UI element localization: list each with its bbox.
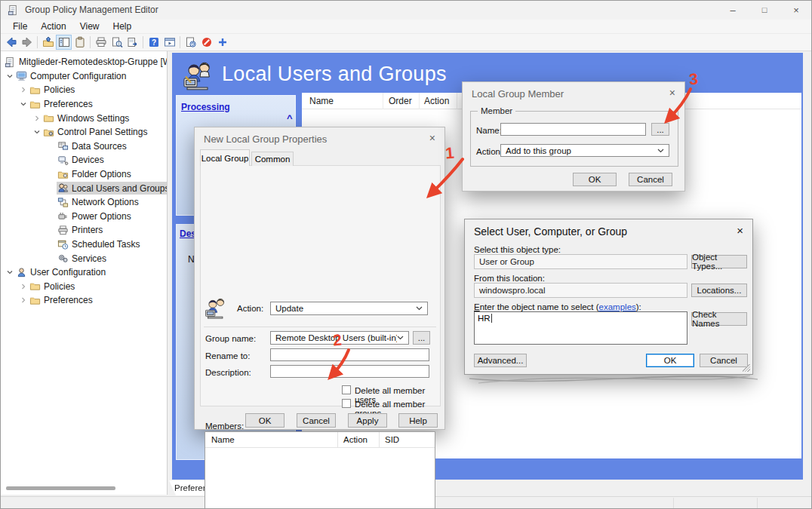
close-icon[interactable]: × bbox=[669, 87, 675, 99]
minimize-button[interactable]: – bbox=[717, 0, 749, 20]
tree-item-label: Mitglieder-Remotedesktop-Gruppe [WS bbox=[19, 57, 168, 67]
delete-member-users-checkbox[interactable] bbox=[342, 385, 351, 394]
processing-link[interactable]: Processing bbox=[181, 102, 230, 112]
tab-local-group[interactable]: Local Group bbox=[200, 149, 250, 166]
add-icon[interactable] bbox=[214, 35, 230, 50]
tree-item-gpo-root[interactable]: Mitglieder-Remotedesktop-Gruppe [WS bbox=[0, 55, 167, 69]
data-sources-icon bbox=[57, 140, 69, 152]
cancel-button[interactable]: Cancel bbox=[700, 354, 748, 367]
menu-file[interactable]: File bbox=[6, 21, 34, 32]
tree-item-data-sources[interactable]: Data Sources bbox=[0, 140, 167, 154]
advanced-button[interactable]: Advanced... bbox=[474, 354, 527, 367]
tree-item-devices[interactable]: Devices bbox=[0, 153, 167, 167]
tree-item-scheduled-tasks[interactable]: Scheduled Tasks bbox=[0, 238, 167, 252]
object-types-button[interactable]: Object Types... bbox=[691, 255, 747, 268]
tree-item-control-panel-settings[interactable]: Control Panel Settings bbox=[0, 125, 167, 140]
forward-icon[interactable] bbox=[19, 35, 35, 50]
ok-button[interactable]: OK bbox=[245, 413, 285, 428]
chevron-down-icon bbox=[416, 306, 423, 311]
export-list-icon[interactable] bbox=[125, 35, 140, 50]
name-label: Name: bbox=[476, 126, 502, 135]
chevron-down-icon[interactable] bbox=[4, 268, 15, 277]
collapse-chevron[interactable]: ^ bbox=[287, 112, 293, 124]
text-caret bbox=[491, 314, 492, 323]
members-column-sid[interactable]: SID bbox=[385, 435, 399, 444]
delete-member-groups-checkbox[interactable] bbox=[342, 399, 351, 408]
show-window-icon[interactable] bbox=[161, 35, 177, 50]
tree-item-label: Control Panel Settings bbox=[57, 127, 147, 137]
tree-item-windows-settings[interactable]: Windows Settings bbox=[0, 111, 167, 125]
tree-item-label: Devices bbox=[72, 155, 104, 165]
tree-item-policies-computer[interactable]: Policies bbox=[0, 83, 167, 97]
member-action-dropdown[interactable]: Add to this group bbox=[500, 144, 669, 157]
tree-item-preferences-user[interactable]: Preferences bbox=[0, 293, 167, 308]
members-column-name[interactable]: Name bbox=[211, 435, 235, 444]
tree-item-user-configuration[interactable]: User Configuration bbox=[0, 265, 167, 280]
chevron-right-icon[interactable] bbox=[17, 282, 29, 291]
print-icon[interactable] bbox=[93, 35, 109, 50]
examples-link[interactable]: examples bbox=[599, 302, 636, 311]
chevron-right-icon[interactable] bbox=[17, 296, 29, 305]
ok-button[interactable]: OK bbox=[573, 173, 617, 186]
tree-item-local-users-and-groups[interactable]: Local Users and Groups bbox=[0, 181, 167, 195]
tree-item-label: Folder Options bbox=[72, 169, 131, 179]
member-browse-button[interactable]: ... bbox=[651, 123, 669, 136]
action-dropdown[interactable]: Update bbox=[270, 302, 428, 315]
chevron-down-icon[interactable] bbox=[17, 100, 29, 109]
tree-item-preferences-computer[interactable]: Preferences bbox=[0, 97, 167, 112]
member-name-input[interactable] bbox=[500, 123, 646, 136]
folder-icon bbox=[29, 84, 41, 96]
close-icon[interactable]: × bbox=[429, 132, 435, 144]
refresh-document-icon[interactable] bbox=[183, 35, 198, 50]
check-names-button[interactable]: Check Names bbox=[691, 312, 747, 326]
ok-button[interactable]: OK bbox=[646, 354, 694, 367]
properties-icon[interactable] bbox=[72, 35, 88, 50]
object-name-label: Enter the object name to select (example… bbox=[474, 302, 641, 311]
description-input[interactable] bbox=[270, 365, 429, 378]
header-underline bbox=[205, 447, 435, 448]
tree-item-network-options[interactable]: Network Options bbox=[0, 195, 167, 210]
resize-grip[interactable] bbox=[743, 364, 750, 372]
cancel-button[interactable]: Cancel bbox=[297, 413, 336, 428]
column-header-order[interactable]: Order bbox=[389, 96, 412, 106]
maximize-button[interactable]: □ bbox=[749, 0, 780, 20]
back-icon[interactable] bbox=[3, 35, 19, 50]
cancel-button[interactable]: Cancel bbox=[629, 173, 672, 186]
tree-item-computer-configuration[interactable]: Computer Configuration bbox=[0, 69, 167, 84]
chevron-right-icon[interactable] bbox=[31, 114, 42, 123]
tree-item-printers[interactable]: Printers bbox=[0, 223, 167, 238]
object-name-input[interactable]: HR bbox=[474, 311, 687, 345]
block-icon[interactable] bbox=[198, 35, 214, 50]
tree-item-label: Power Options bbox=[72, 211, 131, 222]
horizontal-scrollbar-thumb[interactable] bbox=[6, 486, 115, 490]
close-icon[interactable]: × bbox=[737, 224, 743, 237]
chevron-down-icon[interactable] bbox=[4, 72, 15, 81]
tree-item-services[interactable]: Services bbox=[0, 251, 167, 265]
local-users-groups-icon bbox=[183, 60, 216, 90]
help-button[interactable]: Help bbox=[398, 413, 438, 428]
up-one-level-icon[interactable] bbox=[40, 35, 56, 50]
tree-item-policies-user[interactable]: Policies bbox=[0, 280, 167, 294]
tree-item-folder-options[interactable]: Folder Options bbox=[0, 167, 167, 182]
help-icon[interactable]: ? bbox=[146, 35, 161, 50]
members-column-action[interactable]: Action bbox=[343, 435, 368, 444]
show-console-tree-icon[interactable] bbox=[56, 35, 72, 50]
menu-help[interactable]: Help bbox=[106, 21, 139, 32]
chevron-right-icon[interactable] bbox=[17, 85, 29, 94]
tree-item-label: Computer Configuration bbox=[30, 71, 126, 81]
column-header-name[interactable]: Name bbox=[309, 96, 334, 106]
tab-common[interactable]: Common bbox=[251, 152, 294, 166]
menu-view[interactable]: View bbox=[73, 21, 106, 32]
column-header-action[interactable]: Action bbox=[424, 96, 449, 106]
find-icon[interactable] bbox=[109, 35, 125, 50]
locations-button[interactable]: Locations... bbox=[691, 284, 747, 297]
chevron-down-icon[interactable] bbox=[31, 127, 42, 136]
group-name-browse-button[interactable]: ... bbox=[413, 331, 430, 345]
printer-icon bbox=[57, 225, 69, 236]
menu-action[interactable]: Action bbox=[34, 21, 72, 32]
close-button[interactable]: × bbox=[780, 0, 812, 20]
toolbar-separator bbox=[143, 36, 143, 48]
tree-item-power-options[interactable]: Power Options bbox=[0, 210, 167, 224]
rename-to-input[interactable] bbox=[270, 348, 429, 361]
apply-button[interactable]: Apply bbox=[348, 413, 387, 428]
